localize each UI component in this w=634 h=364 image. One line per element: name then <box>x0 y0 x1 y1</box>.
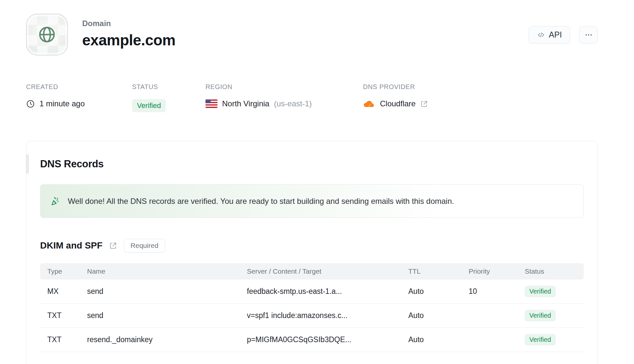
status-label: STATUS <box>132 83 205 91</box>
us-flag-icon <box>205 99 218 108</box>
cell-name: send <box>87 287 247 296</box>
row-status-badge: Verified <box>525 334 556 345</box>
cell-name: send <box>87 311 247 320</box>
cell-type: TXT <box>47 335 87 344</box>
table-row[interactable]: TXT send v=spf1 include:amazonses.c... A… <box>40 304 584 328</box>
page-header: Domain example.com API <box>0 0 634 55</box>
table-header-row: Type Name Server / Content / Target TTL … <box>40 263 584 280</box>
meta-dns-provider: DNS PROVIDER Cloudflare <box>363 83 428 112</box>
cell-ttl: Auto <box>408 311 469 320</box>
section-indicator <box>26 154 29 174</box>
domain-avatar <box>26 14 68 55</box>
dkim-spf-title: DKIM and SPF <box>40 240 102 251</box>
api-button[interactable]: API <box>529 26 570 43</box>
meta-row: CREATED 1 minute ago STATUS Verified REG… <box>0 83 634 112</box>
cell-type: TXT <box>47 311 87 320</box>
col-header-status: Status <box>525 267 584 275</box>
cell-server: v=spf1 include:amazonses.c... <box>247 311 408 320</box>
cell-server: p=MIGfMA0GCSqGSIb3DQE... <box>247 335 408 344</box>
region-label: REGION <box>205 83 363 91</box>
party-popper-icon <box>50 196 61 206</box>
dns-records-title: DNS Records <box>40 158 584 170</box>
globe-icon <box>38 25 56 44</box>
dns-provider-label: DNS PROVIDER <box>363 83 428 91</box>
cell-priority: 10 <box>469 287 525 296</box>
dkim-spf-section-head: DKIM and SPF Required <box>40 239 584 252</box>
success-banner: Well done! All the DNS records are verif… <box>40 184 584 218</box>
cell-type: MX <box>47 287 87 296</box>
ellipsis-icon <box>584 31 593 39</box>
created-label: CREATED <box>26 83 132 91</box>
region-code: (us-east-1) <box>274 99 312 108</box>
page-kicker: Domain <box>82 19 175 28</box>
page-title: example.com <box>82 31 175 49</box>
dns-provider-value: Cloudflare <box>380 99 415 108</box>
table-row[interactable]: MX send feedback-smtp.us-east-1.a... Aut… <box>40 280 584 304</box>
success-banner-text: Well done! All the DNS records are verif… <box>68 197 454 206</box>
external-link-icon[interactable] <box>109 241 117 250</box>
region-value: North Virginia <box>222 99 269 108</box>
cell-ttl: Auto <box>408 287 469 296</box>
cloudflare-icon <box>363 99 375 108</box>
col-header-name: Name <box>87 267 247 275</box>
meta-status: STATUS Verified <box>132 83 205 112</box>
col-header-type: Type <box>47 267 87 275</box>
domain-details-page: Domain example.com API <box>0 0 634 364</box>
row-status-badge: Verified <box>525 310 556 321</box>
dns-records-table: Type Name Server / Content / Target TTL … <box>40 263 584 352</box>
meta-region: REGION <box>205 83 363 112</box>
more-options-button[interactable] <box>579 26 598 43</box>
cell-name: resend._domainkey <box>87 335 247 344</box>
table-row[interactable]: TXT resend._domainkey p=MIGfMA0GCSqGSIb3… <box>40 328 584 352</box>
cell-server: feedback-smtp.us-east-1.a... <box>247 287 408 296</box>
created-value: 1 minute ago <box>39 99 85 108</box>
col-header-ttl: TTL <box>408 267 469 275</box>
row-status-badge: Verified <box>525 286 556 297</box>
external-link-icon[interactable] <box>420 100 428 108</box>
col-header-server: Server / Content / Target <box>247 267 408 275</box>
cell-ttl: Auto <box>408 335 469 344</box>
header-actions: API <box>529 26 598 43</box>
status-badge: Verified <box>132 99 166 112</box>
title-block: Domain example.com <box>82 14 175 49</box>
api-button-label: API <box>549 30 562 39</box>
code-icon <box>537 31 545 39</box>
meta-created: CREATED 1 minute ago <box>26 83 132 112</box>
col-header-priority: Priority <box>469 267 525 275</box>
required-badge: Required <box>124 239 165 252</box>
dns-records-card: DNS Records Well done! All the DNS recor… <box>26 141 598 364</box>
clock-icon <box>26 99 35 108</box>
